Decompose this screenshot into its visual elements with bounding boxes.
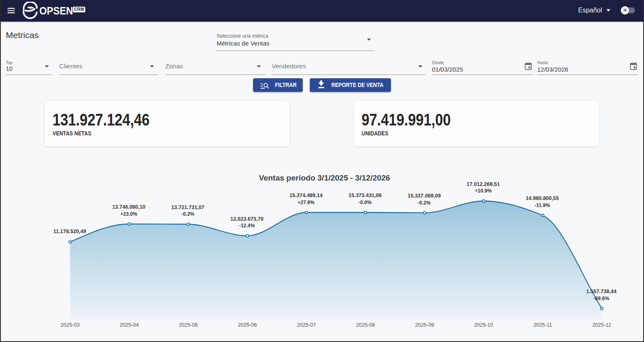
svg-text:15.374.489,14: 15.374.489,14 [289, 193, 323, 198]
svg-text:-12.4%: -12.4% [239, 223, 255, 229]
svg-text:2025-09: 2025-09 [415, 322, 434, 328]
svg-text:+27.9%: +27.9% [297, 200, 314, 205]
svg-text:2025-05: 2025-05 [179, 322, 198, 328]
svg-text:17.012.269,51: 17.012.269,51 [467, 181, 500, 187]
svg-text:-0.0%: -0.0% [359, 200, 372, 205]
svg-text:2025-03: 2025-03 [60, 322, 80, 328]
svg-text:2025-04: 2025-04 [120, 322, 139, 328]
svg-text:2025-10: 2025-10 [474, 322, 493, 328]
svg-text:-0.2%: -0.2% [418, 200, 431, 206]
svg-text:11.178.520,49: 11.178.520,49 [53, 229, 86, 234]
svg-text:1.557.738,44: 1.557.738,44 [586, 289, 617, 294]
svg-text:2025-06: 2025-06 [238, 322, 257, 328]
svg-text:15.337.069,09: 15.337.069,09 [408, 193, 441, 199]
svg-text:12.023.673,70: 12.023.673,70 [230, 216, 263, 222]
svg-text:-0.2%: -0.2% [181, 211, 195, 217]
svg-text:2025-11: 2025-11 [533, 322, 552, 328]
svg-text:14.980.800,55: 14.980.800,55 [526, 195, 559, 201]
svg-text:+10.9%: +10.9% [475, 188, 492, 194]
svg-text:+23.0%: +23.0% [120, 211, 137, 217]
svg-text:-89.6%: -89.6% [593, 296, 609, 301]
svg-text:13.746.080,10: 13.746.080,10 [112, 204, 145, 210]
svg-text:2025-08: 2025-08 [356, 322, 375, 328]
svg-text:2025-07: 2025-07 [297, 322, 316, 328]
svg-text:13.721.731,07: 13.721.731,07 [171, 205, 205, 210]
svg-text:-11.9%: -11.9% [535, 202, 550, 208]
svg-text:15.373.431,06: 15.373.431,06 [349, 193, 382, 198]
svg-text:2025-12: 2025-12 [592, 322, 611, 328]
